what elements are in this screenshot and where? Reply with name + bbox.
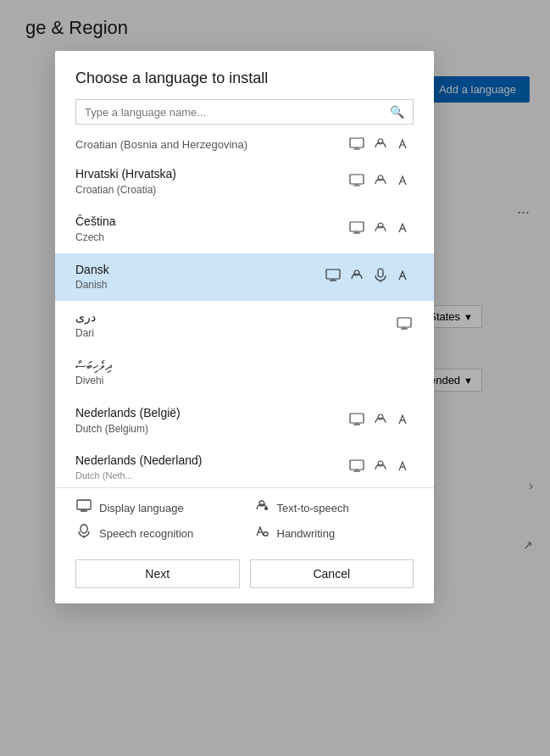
svg-rect-35 (77, 500, 91, 509)
svg-point-8 (378, 175, 383, 181)
svg-rect-0 (350, 138, 364, 147)
list-item[interactable]: دری Dari (55, 301, 434, 348)
display-language-icon (347, 459, 366, 475)
list-item-danish[interactable]: Dansk Danish (55, 253, 434, 301)
svg-rect-30 (350, 460, 364, 470)
svg-rect-22 (397, 318, 411, 327)
handwriting-icon (395, 412, 414, 430)
dialog-header: Choose a language to install 🔍 (55, 51, 434, 133)
svg-point-33 (378, 461, 383, 466)
microphone-icon (371, 268, 390, 286)
speech-icon (371, 173, 390, 191)
display-language-icon (395, 317, 414, 333)
display-language-icon (347, 174, 366, 190)
display-language-legend-icon (75, 499, 92, 516)
svg-rect-40 (81, 525, 87, 533)
svg-rect-15 (326, 270, 340, 279)
display-language-icon (347, 137, 366, 153)
language-search-input[interactable] (85, 106, 383, 119)
svg-point-18 (354, 270, 359, 275)
svg-point-13 (378, 223, 383, 228)
speech-icon (371, 459, 390, 476)
svg-rect-43 (264, 532, 268, 536)
handwriting-icon (395, 268, 414, 286)
language-list: Croatian (Bosnia and Herzegovina) (55, 133, 434, 487)
svg-point-38 (259, 501, 264, 506)
speech-icon (371, 412, 390, 430)
speech-icon (371, 220, 390, 238)
handwriting-icon (395, 459, 414, 476)
handwriting-icon (395, 220, 414, 238)
speech-icon (347, 268, 366, 286)
list-item[interactable]: Čeština Czech (55, 205, 434, 253)
list-item[interactable]: Croatian (Bosnia and Herzegovina) (55, 133, 434, 158)
display-language-icon (324, 269, 342, 285)
choose-language-dialog: Choose a language to install 🔍 Croatian … (55, 51, 434, 603)
text-to-speech-legend: Text-to-speech (253, 498, 414, 517)
text-to-speech-legend-label: Text-to-speech (277, 502, 349, 514)
speech-icon (371, 136, 390, 154)
search-box[interactable]: 🔍 (75, 99, 414, 125)
handwriting-icon (395, 136, 414, 154)
handwriting-legend: Handwriting (253, 524, 414, 542)
search-icon: 🔍 (390, 105, 404, 119)
display-language-icon (347, 413, 366, 429)
display-language-legend: Display language (75, 498, 236, 517)
list-item[interactable]: ދިވެހިބަސް Divehi (55, 349, 434, 397)
svg-point-3 (378, 139, 383, 144)
text-to-speech-legend-icon (253, 498, 270, 517)
cancel-button[interactable]: Cancel (250, 559, 414, 588)
dialog-footer-legend: Display language Text-to-speech Speech r… (55, 487, 434, 551)
list-item[interactable]: Nederlands (Nederland) Dutch (Neth... (55, 444, 434, 487)
svg-point-39 (264, 507, 268, 510)
svg-point-28 (378, 414, 383, 420)
display-language-icon (347, 221, 366, 237)
dialog-title: Choose a language to install (75, 69, 414, 87)
display-language-legend-label: Display language (99, 502, 184, 514)
svg-rect-25 (350, 414, 364, 423)
speech-recognition-legend: Speech recognition (75, 524, 236, 542)
handwriting-legend-icon (253, 524, 270, 542)
speech-recognition-legend-label: Speech recognition (99, 527, 193, 540)
svg-rect-19 (378, 269, 383, 277)
svg-rect-10 (350, 222, 364, 231)
speech-recognition-legend-icon (75, 524, 92, 542)
next-button[interactable]: Next (75, 559, 240, 588)
list-item[interactable]: Nederlands (België) Dutch (Belgium) (55, 397, 434, 444)
svg-rect-5 (350, 175, 364, 184)
handwriting-legend-label: Handwriting (277, 527, 336, 540)
handwriting-icon (395, 173, 414, 191)
list-item[interactable]: Hrvatski (Hrvatska) Croatian (Croatia) (55, 158, 434, 205)
dialog-actions: Next Cancel (55, 551, 434, 603)
